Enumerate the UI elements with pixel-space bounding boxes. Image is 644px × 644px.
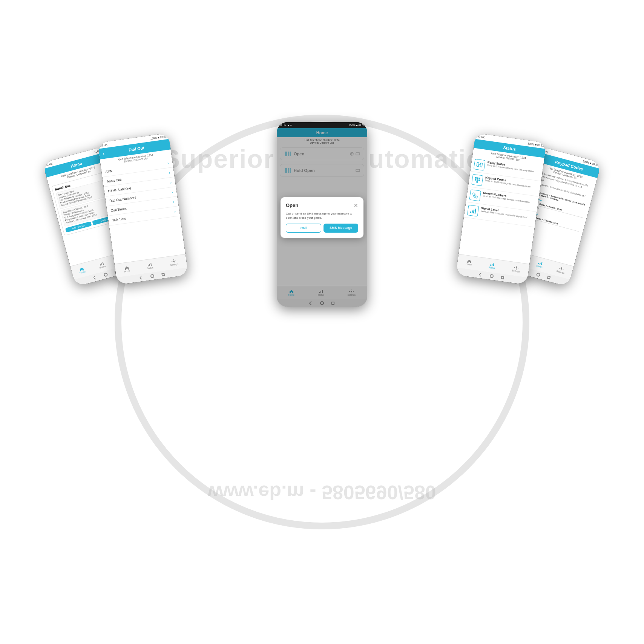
chevron-icon: › — [169, 170, 170, 175]
nav-status-4[interactable]: Status — [488, 262, 495, 269]
chevron-icon: › — [173, 199, 175, 204]
svg-rect-40 — [538, 263, 539, 264]
back-btn-2[interactable] — [140, 276, 144, 280]
nav-status-2[interactable]: Status — [146, 262, 153, 270]
home-btn-4[interactable] — [489, 274, 494, 278]
call-button[interactable]: Call — [286, 224, 321, 233]
phone-icon — [469, 189, 481, 201]
signal-icon — [467, 205, 479, 217]
svg-rect-22 — [477, 163, 479, 167]
svg-rect-32 — [470, 212, 471, 213]
svg-line-24 — [479, 165, 480, 165]
recent-btn-4[interactable] — [501, 276, 504, 279]
svg-rect-5 — [149, 264, 150, 266]
chevron-icon: › — [167, 161, 169, 165]
svg-rect-26 — [477, 177, 478, 179]
phone-3-status-bar: 02 UK ▲▼ 100% ■ 08:52 — [277, 122, 367, 128]
svg-rect-30 — [478, 179, 480, 181]
home-btn-5[interactable] — [536, 272, 540, 277]
open-modal: Open ✕ Call or send an SMS message to yo… — [281, 197, 363, 238]
keypad-icon — [471, 174, 483, 186]
nav-status-5[interactable]: Status — [536, 261, 544, 268]
chevron-icon: › — [171, 190, 173, 194]
relay-icon — [474, 159, 486, 171]
svg-rect-36 — [490, 264, 491, 265]
open-modal-overlay: Open ✕ Call or send an SMS message to yo… — [277, 128, 367, 307]
svg-rect-25 — [475, 177, 477, 179]
svg-point-7 — [173, 261, 175, 262]
svg-rect-41 — [540, 263, 541, 265]
home-btn-2[interactable] — [150, 274, 154, 278]
back-arrow-icon[interactable]: ‹ — [102, 150, 105, 156]
home-btn-1[interactable] — [103, 272, 108, 277]
nav-settings-4[interactable]: Settings — [512, 265, 521, 273]
svg-rect-1 — [101, 263, 102, 265]
modal-action-buttons: Call SMS Message — [286, 224, 358, 233]
back-btn-1[interactable] — [93, 276, 97, 280]
svg-rect-33 — [472, 210, 473, 213]
modal-close-button[interactable]: ✕ — [354, 202, 358, 209]
phone-2-menu: APN › Abort Call › DTMF Latching › Dial … — [101, 158, 186, 264]
nav-settings-2[interactable]: Settings — [169, 259, 178, 267]
nav-settings-5[interactable]: Settings — [556, 266, 566, 274]
svg-rect-2 — [102, 262, 104, 265]
phone-3: 02 UK ▲▼ 100% ■ 08:52 Home Unit Telephon… — [277, 122, 367, 307]
svg-point-39 — [515, 267, 517, 269]
svg-rect-0 — [100, 264, 101, 265]
phone-3-screen: Home Unit Telephone Number: 1234 Device:… — [277, 128, 367, 307]
svg-rect-6 — [150, 263, 152, 266]
chevron-icon: › — [174, 209, 176, 213]
recent-btn-2[interactable] — [161, 273, 165, 276]
svg-rect-38 — [493, 263, 494, 266]
modal-title: Open — [286, 202, 298, 208]
svg-rect-35 — [475, 209, 476, 213]
nav-home-4[interactable]: Home — [466, 259, 472, 266]
back-btn-4[interactable] — [479, 273, 483, 277]
svg-rect-37 — [492, 264, 493, 266]
svg-rect-27 — [478, 178, 480, 179]
nav-status-1[interactable]: Status — [98, 261, 106, 269]
svg-point-43 — [560, 268, 562, 270]
chevron-icon: › — [170, 180, 172, 184]
svg-rect-42 — [541, 262, 543, 265]
phone-4-status-list: Relay Status Send an SMS message to view… — [458, 156, 543, 264]
svg-rect-23 — [480, 163, 482, 167]
nav-home-1[interactable]: Home — [78, 267, 86, 274]
svg-rect-34 — [473, 210, 475, 213]
nav-home-2[interactable]: Home — [123, 265, 130, 273]
svg-rect-4 — [148, 265, 149, 266]
svg-rect-29 — [477, 179, 478, 181]
modal-body-text: Call or send an SMS message to your inte… — [286, 212, 358, 220]
svg-rect-31 — [476, 181, 478, 183]
phones-scene: 02 UK 100% ■ Home Unit Telephone Number:… — [58, 115, 586, 529]
recent-btn-5[interactable] — [547, 276, 551, 279]
svg-rect-28 — [475, 179, 477, 181]
sms-message-button[interactable]: SMS Message — [324, 224, 358, 233]
modal-header: Open ✕ — [286, 202, 358, 209]
